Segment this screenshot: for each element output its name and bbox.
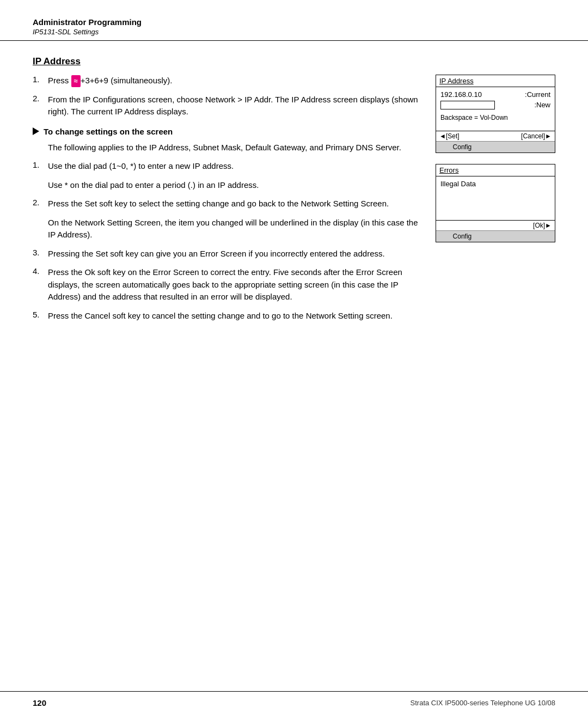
- step-2-number: 2.: [33, 94, 48, 118]
- sub-step-2-number: 2.: [33, 198, 48, 210]
- ip-screen-body: 192.168.0.10 :Current :New Backspace = V…: [436, 87, 555, 131]
- ip-backspace-text: Backspace = Vol-Down: [440, 114, 550, 121]
- ip-screen-title: IP Address: [436, 75, 555, 87]
- sub-step-3-content: Pressing the Set soft key can give you a…: [48, 248, 419, 260]
- ip-address-screen: IP Address 192.168.0.10 :Current :New Ba…: [436, 75, 555, 153]
- error-softkey-bar: Config: [436, 230, 555, 242]
- ip-softkey-bar: Config: [436, 141, 555, 152]
- ip-new-label: :New: [534, 101, 550, 109]
- error-softkey-config: Config: [449, 232, 476, 241]
- error-screen-body: Illegal Data: [436, 176, 555, 220]
- main-content: IP Address 1. Press ≈+3+6+9 (simultaneou…: [0, 41, 588, 691]
- ip-softkey-config: Config: [449, 143, 476, 151]
- error-softkey-2: [500, 236, 509, 237]
- error-text: Illegal Data: [440, 180, 550, 188]
- ip-softkey-2: [500, 147, 509, 148]
- header-section: Administrator Programming IP5131-SDL Set…: [0, 0, 588, 41]
- step-2-content: From the IP Configurations screen, choos…: [48, 94, 419, 118]
- sub-step-star: Use * on the dial pad to enter a period …: [48, 179, 419, 192]
- error-screen: Errors Illegal Data [Ok]► Config: [436, 164, 555, 242]
- section-heading: IP Address: [33, 56, 555, 67]
- ip-input-box[interactable]: [440, 101, 495, 109]
- sub-step-3: 3. Pressing the Set soft key can give yo…: [33, 248, 419, 260]
- step-1: 1. Press ≈+3+6+9 (simultaneously).: [33, 75, 419, 87]
- ip-current-label: :Current: [525, 90, 550, 99]
- ip-softkey-3: [534, 147, 542, 148]
- ip-set-label: ◄[Set]: [439, 132, 460, 140]
- text-column: 1. Press ≈+3+6+9 (simultaneously). 2. Fr…: [33, 75, 419, 328]
- step-1-content: Press ≈+3+6+9 (simultaneously).: [48, 75, 419, 87]
- sub-step-3-number: 3.: [33, 248, 48, 260]
- sub-step-5-content: Press the Cancel soft key to cancel the …: [48, 310, 419, 322]
- arrow-icon: [33, 127, 39, 135]
- ip-current-value: 192.168.0.10: [440, 90, 482, 99]
- error-screen-footer: [Ok]►: [436, 220, 555, 230]
- sub-step-5: 5. Press the Cancel soft key to cancel t…: [33, 310, 419, 322]
- sub-step-1: 1. Use the dial pad (1~0, *) to enter a …: [33, 160, 419, 173]
- sub-step-4: 4. Press the Ok soft key on the Error Sc…: [33, 266, 419, 303]
- sub-step-2-content: Press the Set soft key to select the set…: [48, 198, 419, 210]
- error-softkey-3: [534, 236, 542, 237]
- arrow-heading: To change settings on the screen: [33, 127, 419, 136]
- sub-step-2: 2. Press the Set soft key to select the …: [33, 198, 419, 210]
- arrow-heading-text: To change settings on the screen: [44, 127, 173, 136]
- sub-step-1-number: 1.: [33, 160, 48, 173]
- content-row: 1. Press ≈+3+6+9 (simultaneously). 2. Fr…: [33, 75, 555, 328]
- header-subtitle: IP5131-SDL Settings: [33, 28, 555, 36]
- sub-step-network: On the Network Setting Screen, the item …: [48, 217, 419, 241]
- step-1-number: 1.: [33, 75, 48, 87]
- ip-screen-footer: ◄[Set] [Cancel]►: [436, 131, 555, 141]
- ip-cancel-label: [Cancel]►: [521, 132, 552, 140]
- sub-step-4-number: 4.: [33, 266, 48, 303]
- page-wrapper: Administrator Programming IP5131-SDL Set…: [0, 0, 588, 714]
- step-2: 2. From the IP Configurations screen, ch…: [33, 94, 419, 118]
- header-title: Administrator Programming: [33, 17, 555, 27]
- sub-step-4-content: Press the Ok soft key on the Error Scree…: [48, 266, 419, 303]
- sub-step-1-content: Use the dial pad (1~0, *) to enter a new…: [48, 160, 419, 173]
- footer-doc-title: Strata CIX IP5000-series Telephone UG 10…: [411, 699, 555, 707]
- sub-step-5-number: 5.: [33, 310, 48, 322]
- footer-page-number: 120: [33, 698, 46, 707]
- arrow-subtext: The following applies to the IP Address,…: [48, 142, 419, 154]
- ip-current-row: 192.168.0.10 :Current: [440, 90, 550, 99]
- error-ok-label: [Ok]►: [533, 222, 552, 229]
- ip-new-row: :New: [440, 101, 550, 109]
- page-footer: 120 Strata CIX IP5000-series Telephone U…: [0, 691, 588, 714]
- sidebar-column: IP Address 192.168.0.10 :Current :New Ba…: [436, 75, 555, 242]
- error-screen-title: Errors: [436, 164, 555, 176]
- key-icon: ≈: [71, 75, 81, 87]
